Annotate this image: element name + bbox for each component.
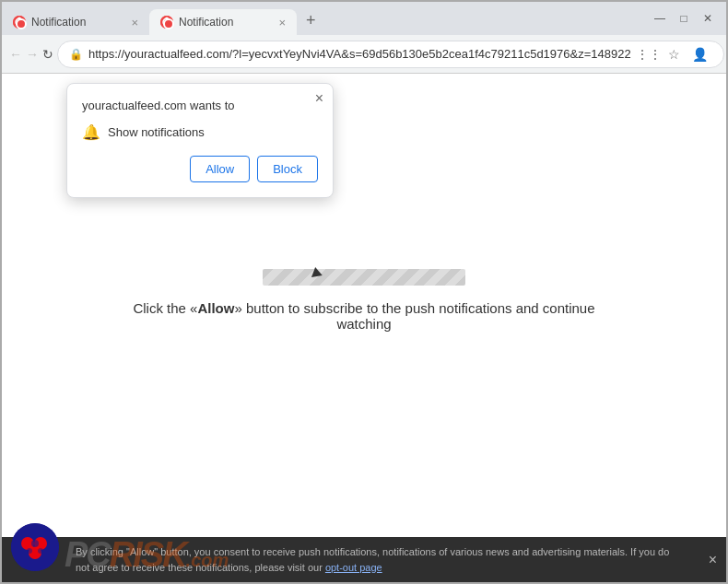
loading-bar-container <box>263 269 465 286</box>
svg-point-10 <box>31 540 39 547</box>
allow-button[interactable]: Allow <box>190 156 250 182</box>
instruction-bold: Allow <box>197 300 234 316</box>
notification-popup: × youractualfeed.com wants to 🔔 Show not… <box>66 83 334 198</box>
svg-point-3 <box>160 16 173 29</box>
lock-icon: 🔒 <box>69 48 83 61</box>
profile-icon[interactable]: 👤 <box>688 42 712 66</box>
block-button[interactable]: Block <box>257 156 318 182</box>
svg-point-5 <box>166 18 169 20</box>
maximize-button[interactable]: □ <box>673 7 695 29</box>
new-tab-button[interactable]: + <box>297 11 325 30</box>
tabs-area: Notification × Notification × + <box>2 2 641 35</box>
tab-1-label: Notification <box>31 16 86 29</box>
svg-point-11 <box>27 548 32 554</box>
page-instruction: Click the «Allow» button to subscribe to… <box>106 300 622 332</box>
url-box[interactable]: 🔒 https://youractualfeed.com/?l=yecvxtYe… <box>57 41 724 68</box>
svg-point-2 <box>18 18 21 20</box>
notification-option-text: Show notifications <box>108 125 205 139</box>
close-button[interactable]: ✕ <box>697 7 719 29</box>
pc-risk-logo-area <box>11 523 66 578</box>
grid-icon[interactable]: ⋮⋮ <box>637 42 661 66</box>
minimize-button[interactable]: — <box>649 7 671 29</box>
tab-2-close[interactable]: × <box>278 17 286 29</box>
forward-button[interactable]: → <box>26 41 39 67</box>
svg-point-12 <box>38 548 43 554</box>
svg-point-1 <box>16 18 23 26</box>
url-actions: ⋮⋮ ☆ 👤 <box>637 42 712 66</box>
tab-2[interactable]: Notification × <box>149 9 297 35</box>
back-button[interactable]: ← <box>9 41 22 67</box>
svg-point-0 <box>13 16 26 29</box>
pc-risk-watermark: PCRISK.com <box>65 535 229 575</box>
browser-window: Notification × Notification × + — □ <box>0 0 728 584</box>
loading-bar <box>263 269 465 286</box>
cursor-indicator <box>310 266 323 277</box>
star-icon[interactable]: ☆ <box>663 42 687 66</box>
bell-icon: 🔔 <box>82 123 100 141</box>
popup-buttons: Allow Block <box>82 156 318 182</box>
refresh-button[interactable]: ↻ <box>42 41 53 67</box>
tab-2-label: Notification <box>179 16 233 29</box>
address-bar: ← → ↻ 🔒 https://youractualfeed.com/?l=ye… <box>2 35 726 74</box>
title-bar: Notification × Notification × + — □ <box>2 2 726 35</box>
bottom-bar: PCRISK.com By clicking "Allow" button, y… <box>2 537 726 582</box>
tab-1[interactable]: Notification × <box>2 9 149 35</box>
tab-2-favicon <box>160 16 173 29</box>
bottom-bar-close-button[interactable]: × <box>709 552 717 568</box>
tab-1-close[interactable]: × <box>131 17 138 29</box>
logo-circle <box>11 523 59 571</box>
window-controls: — □ ✕ <box>641 2 726 35</box>
url-text: https://youractualfeed.com/?l=yecvxtYeyN… <box>88 47 631 61</box>
notification-row: 🔔 Show notifications <box>82 123 318 141</box>
svg-point-4 <box>163 18 170 26</box>
page-content: × youractualfeed.com wants to 🔔 Show not… <box>2 74 726 582</box>
opt-out-link[interactable]: opt-out page <box>325 562 382 573</box>
popup-close-button[interactable]: × <box>315 91 323 106</box>
popup-title: youractualfeed.com wants to <box>82 99 318 112</box>
tab-1-favicon <box>13 16 26 29</box>
